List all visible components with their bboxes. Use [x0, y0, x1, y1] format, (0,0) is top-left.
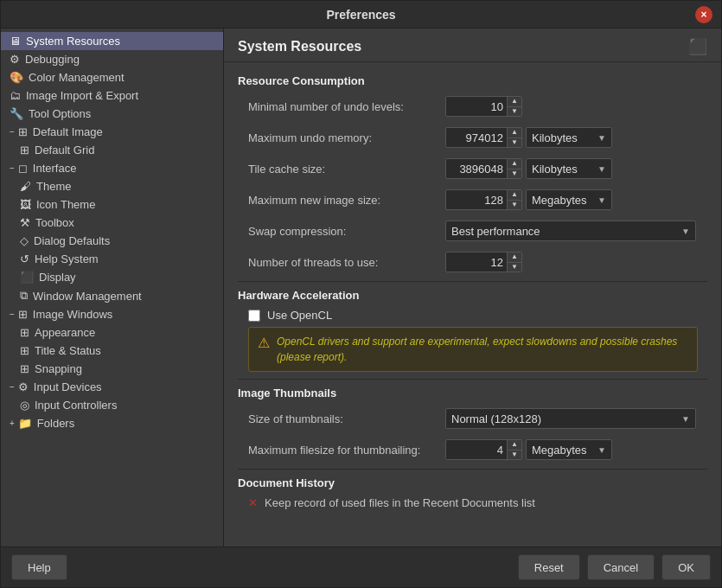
sidebar-item-label: Default Image	[33, 125, 103, 138]
max-filesize-input[interactable]	[446, 440, 507, 459]
sidebar-item-folders[interactable]: + 📁 Folders	[1, 414, 223, 432]
preferences-dialog: Preferences × 🖥 System Resources ⚙ Debug…	[0, 0, 722, 588]
num-threads-down[interactable]: ▼	[508, 263, 521, 272]
close-button[interactable]: ×	[695, 6, 712, 23]
input-controllers-icon: ◎	[20, 399, 29, 412]
sidebar-item-label: Window Management	[33, 290, 142, 303]
sidebar-item-interface[interactable]: − ◻ Interface	[1, 159, 223, 177]
tile-cache-size-label: Tile cache size:	[238, 163, 445, 176]
max-filesize-unit-value: Megabytes	[532, 444, 587, 457]
sidebar-item-label: Snapping	[35, 362, 82, 375]
sidebar-item-default-image[interactable]: − ⊞ Default Image	[1, 123, 223, 141]
max-undo-memory-unit-dropdown[interactable]: Kilobytes ▼	[526, 127, 612, 148]
sidebar-item-tool-options[interactable]: 🔧 Tool Options	[1, 105, 223, 123]
dialog-defaults-icon: ◇	[20, 234, 29, 247]
thumbnail-size-controls: Normal (128x128) ▼	[445, 408, 696, 429]
sidebar-item-label: Title & Status	[35, 344, 101, 357]
sidebar-item-display[interactable]: ⬛ Display	[11, 268, 223, 286]
sidebar-item-label: Input Controllers	[35, 399, 117, 412]
default-grid-icon: ⊞	[20, 144, 29, 157]
min-undo-levels-spinbox[interactable]: ▲ ▼	[445, 96, 522, 117]
sidebar-item-label: Theme	[36, 180, 71, 193]
sidebar-item-debugging[interactable]: ⚙ Debugging	[1, 50, 223, 68]
max-new-image-size-input[interactable]	[446, 190, 507, 209]
sidebar-item-label: Appearance	[35, 326, 95, 339]
sidebar-item-image-windows[interactable]: − ⊞ Image Windows	[1, 305, 223, 323]
help-button[interactable]: Help	[11, 554, 67, 580]
sidebar-item-title-status[interactable]: ⊞ Title & Status	[11, 342, 223, 360]
sidebar-item-theme[interactable]: 🖌 Theme	[11, 177, 223, 195]
reset-button[interactable]: Reset	[518, 554, 580, 580]
icon-theme-icon: 🖼	[20, 198, 31, 211]
interface-group: 🖌 Theme 🖼 Icon Theme ⚒ Toolbox ◇ Dialog …	[11, 177, 223, 305]
max-new-image-size-up[interactable]: ▲	[508, 190, 521, 201]
num-threads-spinbox-btns: ▲ ▼	[507, 252, 521, 272]
chevron-down-icon: ▼	[597, 133, 606, 143]
sidebar-item-input-devices[interactable]: − ⚙ Input Devices	[1, 378, 223, 396]
max-filesize-spinbox[interactable]: ▲ ▼	[445, 439, 522, 460]
tile-cache-size-down[interactable]: ▼	[508, 169, 521, 179]
max-filesize-row: Maximum filesize for thumbnailing: ▲ ▼ M…	[238, 438, 707, 462]
max-new-image-size-unit-dropdown[interactable]: Megabytes ▼	[526, 189, 612, 210]
min-undo-levels-down[interactable]: ▼	[508, 107, 521, 117]
max-undo-memory-row: Maximum undo memory: ▲ ▼ Kilobytes ▼	[238, 125, 707, 150]
max-undo-memory-input[interactable]	[446, 128, 507, 147]
sidebar-item-icon-theme[interactable]: 🖼 Icon Theme	[11, 195, 223, 214]
max-new-image-size-down[interactable]: ▼	[508, 201, 521, 210]
expand-icon: −	[10, 127, 15, 137]
num-threads-input[interactable]	[446, 252, 507, 272]
num-threads-up[interactable]: ▲	[508, 252, 521, 263]
max-filesize-down[interactable]: ▼	[508, 451, 521, 460]
input-devices-group: ◎ Input Controllers	[11, 396, 223, 414]
sidebar-item-label: Interface	[33, 162, 77, 175]
sidebar-item-image-import-export[interactable]: 🗂 Image Import & Export	[1, 86, 223, 105]
chevron-down-icon: ▼	[597, 445, 606, 455]
tile-cache-size-input[interactable]	[446, 159, 507, 178]
sidebar-item-window-management[interactable]: ⧉ Window Management	[11, 286, 223, 305]
thumbnail-size-dropdown[interactable]: Normal (128x128) ▼	[445, 408, 696, 429]
sidebar-item-color-management[interactable]: 🎨 Color Management	[1, 68, 223, 86]
sidebar-item-system-resources[interactable]: 🖥 System Resources	[1, 32, 223, 50]
cancel-button[interactable]: Cancel	[587, 554, 655, 580]
min-undo-levels-input[interactable]	[446, 97, 507, 116]
sidebar: 🖥 System Resources ⚙ Debugging 🎨 Color M…	[1, 29, 224, 546]
thumbnail-size-value: Normal (128x128)	[451, 412, 541, 425]
sidebar-item-toolbox[interactable]: ⚒ Toolbox	[11, 214, 223, 232]
sidebar-item-snapping[interactable]: ⊞ Snapping	[11, 360, 223, 378]
num-threads-spinbox[interactable]: ▲ ▼	[445, 252, 522, 272]
min-undo-levels-row: Minimal number of undo levels: ▲ ▼	[238, 94, 707, 118]
sidebar-item-dialog-defaults[interactable]: ◇ Dialog Defaults	[11, 232, 223, 250]
max-undo-memory-up[interactable]: ▲	[508, 128, 521, 138]
max-undo-memory-unit-value: Kilobytes	[532, 131, 578, 144]
swap-compression-label: Swap compression:	[238, 225, 445, 238]
tile-cache-size-up[interactable]: ▲	[508, 159, 521, 169]
swap-compression-dropdown[interactable]: Best performance ▼	[445, 220, 696, 241]
max-new-image-size-unit-value: Megabytes	[532, 194, 587, 207]
tool-options-icon: 🔧	[10, 107, 23, 120]
bottom-bar: Help Reset Cancel OK	[1, 546, 721, 587]
max-new-image-size-spinbox-btns: ▲ ▼	[507, 190, 521, 209]
thumbnail-size-row: Size of thumbnails: Normal (128x128) ▼	[238, 406, 707, 431]
min-undo-levels-label: Minimal number of undo levels:	[238, 100, 445, 113]
max-filesize-unit-dropdown[interactable]: Megabytes ▼	[526, 439, 612, 460]
min-undo-levels-up[interactable]: ▲	[508, 97, 521, 107]
max-filesize-up[interactable]: ▲	[508, 440, 521, 451]
max-undo-memory-down[interactable]: ▼	[508, 138, 521, 148]
ok-button[interactable]: OK	[661, 554, 711, 580]
sidebar-item-help-system[interactable]: ↺ Help System	[11, 250, 223, 268]
sidebar-item-default-grid[interactable]: ⊞ Default Grid	[11, 141, 223, 159]
max-new-image-size-spinbox[interactable]: ▲ ▼	[445, 189, 522, 210]
default-image-group: ⊞ Default Grid	[11, 141, 223, 159]
sidebar-item-appearance[interactable]: ⊞ Appearance	[11, 323, 223, 342]
max-undo-memory-label: Maximum undo memory:	[238, 131, 445, 144]
separator-2	[238, 379, 707, 380]
chevron-down-icon: ▼	[597, 164, 606, 174]
max-undo-memory-spinbox[interactable]: ▲ ▼	[445, 127, 522, 148]
tile-cache-size-row: Tile cache size: ▲ ▼ Kilobytes ▼	[238, 157, 707, 181]
sidebar-item-input-controllers[interactable]: ◎ Input Controllers	[11, 396, 223, 414]
use-opencl-checkbox[interactable]	[248, 310, 260, 322]
tile-cache-size-spinbox[interactable]: ▲ ▼	[445, 158, 522, 179]
keep-record-row: ✕ Keep record of used files in the Recen…	[238, 496, 707, 509]
tile-cache-size-unit-dropdown[interactable]: Kilobytes ▼	[526, 158, 612, 179]
action-buttons: Reset Cancel OK	[518, 554, 711, 580]
